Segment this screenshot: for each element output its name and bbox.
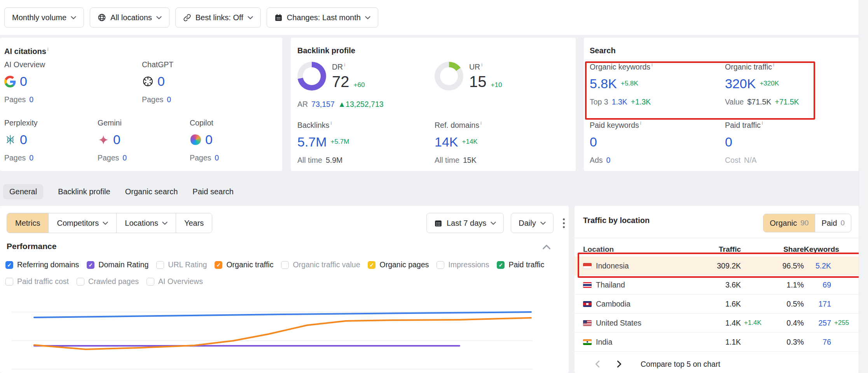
paid-keywords-value[interactable]: 0 [590, 134, 597, 150]
segment-locations[interactable]: Locations [116, 213, 176, 233]
performance-line-chart[interactable] [12, 301, 533, 373]
checkbox-box [437, 261, 444, 269]
view-segmented-control: Metrics Competitors Locations Years [7, 213, 212, 233]
gemini-value[interactable]: 0 [113, 132, 121, 147]
copilot-pages-link[interactable]: 0 [215, 153, 219, 162]
segment-years[interactable]: Years [176, 213, 212, 233]
checkbox-organic-traffic-value[interactable]: Organic traffic value [281, 260, 360, 269]
backlink-profile-card: Backlink profile DRi 72+60 AR 73,157 ▲13… [291, 38, 576, 171]
prev-page-button[interactable] [595, 360, 600, 368]
backlinks-value[interactable]: 5.7M [297, 134, 327, 150]
domain-overview-page: Monthly volume All locations Best links:… [0, 0, 868, 373]
perplexity-value[interactable]: 0 [20, 132, 27, 147]
ai-overview-pages-link[interactable]: 0 [29, 95, 33, 104]
locations-dropdown[interactable]: All locations [90, 7, 169, 28]
perplexity-pages-link[interactable]: 0 [29, 153, 33, 162]
checkbox-url-rating[interactable]: URL Rating [156, 260, 207, 269]
india-flag-icon [583, 339, 592, 345]
copilot-value[interactable]: 0 [205, 132, 213, 147]
info-icon[interactable]: i [773, 62, 774, 68]
monthly-volume-label: Monthly volume [12, 13, 66, 22]
chevron-down-icon [540, 221, 546, 225]
checkbox-domain-rating[interactable]: Domain Rating [87, 260, 148, 269]
chart-line-referring-domains [34, 312, 531, 317]
top3-value[interactable]: 1.3K [612, 98, 627, 106]
granularity-dropdown[interactable]: Daily [511, 213, 553, 233]
compare-top5-button[interactable]: Compare top 5 on chart [641, 360, 720, 369]
checkbox-box [215, 261, 222, 269]
checkbox-crawled-pages[interactable]: Crawled pages [77, 277, 139, 286]
paid-traffic-metric: Paid traffici 0 CostN/A [725, 120, 763, 165]
checkbox-organic-traffic[interactable]: Organic traffic [215, 260, 273, 269]
date-controls: Last 7 days Daily [426, 213, 567, 233]
table-row-india[interactable]: India 1.1K 0.3% 76 [575, 333, 859, 352]
info-icon[interactable]: i [762, 120, 763, 126]
ref-domains-all-time: 15K [463, 156, 477, 165]
vertical-scrollbar[interactable] [859, 0, 868, 373]
cost-value: N/A [744, 156, 757, 165]
keywords-link[interactable]: 69 [804, 281, 831, 289]
segment-metrics[interactable]: Metrics [7, 213, 48, 233]
chart-line-organic-traffic [34, 318, 531, 349]
monthly-volume-dropdown[interactable]: Monthly volume [4, 7, 84, 28]
calendar-icon [434, 219, 442, 227]
organic-traffic-value[interactable]: 320K [725, 76, 756, 91]
date-range-dropdown[interactable]: Last 7 days [426, 213, 504, 233]
table-row-indonesia[interactable]: Indonesia 309.2K 96.5% 5.2K [575, 256, 859, 275]
checkbox-referring-domains[interactable]: Referring domains [5, 260, 79, 269]
segment-competitors[interactable]: Competitors [48, 213, 116, 233]
more-options-kebab-icon[interactable] [561, 215, 567, 231]
collapse-section-button[interactable] [542, 244, 551, 251]
info-icon[interactable]: i [651, 62, 653, 68]
ar-delta: ▲13,252,713 [338, 100, 384, 109]
checkbox-impressions[interactable]: Impressions [437, 260, 489, 269]
next-page-button[interactable] [617, 360, 622, 368]
checkbox-box [147, 278, 154, 286]
toggle-organic[interactable]: Organic90 [763, 214, 815, 232]
tab-general[interactable]: General [3, 184, 43, 199]
checkbox-ai-overviews[interactable]: AI Overviews [147, 277, 203, 286]
checkbox-paid-traffic-cost[interactable]: Paid traffic cost [5, 277, 69, 286]
table-row-cambodia[interactable]: Cambodia 1.6K 0.5% 171 [575, 295, 859, 314]
chatgpt-value[interactable]: 0 [157, 74, 165, 89]
info-icon[interactable]: i [640, 120, 641, 126]
location-table-footer: Compare top 5 on chart [575, 355, 859, 373]
info-icon[interactable]: i [330, 120, 332, 126]
keywords-link[interactable]: 5.2K [804, 261, 831, 270]
chevron-up-icon [542, 244, 551, 250]
chatgpt-metric: ChatGPT 0 Pages0 [142, 60, 173, 104]
info-icon[interactable]: i [344, 62, 345, 68]
ref-domains-value[interactable]: 14K [435, 134, 458, 150]
table-row-united-states[interactable]: United States 1.4K+1.4K 0.4% 257+255 [575, 314, 859, 333]
performance-section-title: Performance [7, 242, 56, 251]
best-links-dropdown[interactable]: Best links: Off [175, 7, 261, 28]
chevron-down-icon [248, 16, 253, 19]
checkbox-paid-traffic[interactable]: Paid traffic [497, 260, 544, 269]
keywords-link[interactable]: 257 [804, 319, 831, 328]
tab-backlink-profile[interactable]: Backlink profile [58, 184, 110, 199]
toggle-paid[interactable]: Paid0 [815, 214, 851, 232]
chevron-down-icon [162, 221, 168, 225]
ads-value[interactable]: 0 [606, 156, 611, 165]
table-row-thailand[interactable]: Thailand 3.6K 1.1% 69 [575, 275, 859, 295]
ar-value-link[interactable]: 73,157 [311, 100, 335, 109]
keywords-link[interactable]: 171 [804, 300, 831, 309]
ai-overview-value[interactable]: 0 [20, 74, 27, 89]
tab-paid-search[interactable]: Paid search [192, 184, 234, 199]
info-icon[interactable]: i [480, 120, 482, 126]
checkbox-box [87, 261, 94, 269]
copilot-metric: Copilot 0 Pages0 [190, 119, 219, 162]
checkbox-organic-pages[interactable]: Organic pages [368, 260, 429, 269]
organic-paid-toggle: Organic90 Paid0 [763, 214, 851, 232]
organic-keywords-value[interactable]: 5.8K [590, 76, 617, 91]
gemini-pages-link[interactable]: 0 [122, 153, 127, 162]
changes-dropdown[interactable]: Changes: Last month [267, 7, 378, 28]
paid-traffic-value[interactable]: 0 [725, 134, 732, 150]
tab-organic-search[interactable]: Organic search [125, 184, 178, 199]
chatgpt-pages-link[interactable]: 0 [167, 95, 171, 104]
info-icon[interactable]: i [481, 62, 482, 68]
info-icon[interactable]: i [47, 46, 49, 52]
ai-citations-title: AI citationsi [4, 46, 49, 56]
domain-rating-block: DRi 72+60 [297, 62, 365, 91]
keywords-link[interactable]: 76 [804, 338, 831, 347]
